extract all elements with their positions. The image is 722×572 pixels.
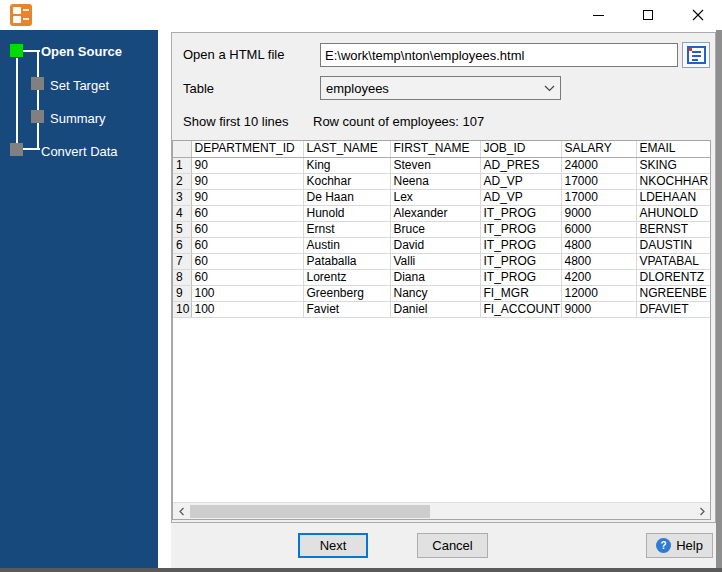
table-row[interactable]: 290KochharNeenaAD_VP17000NKOCHHAR — [173, 173, 710, 189]
table-row[interactable]: 860LorentzDianaIT_PROG4200DLORENTZ — [173, 269, 710, 285]
column-header[interactable]: LAST_NAME — [303, 141, 390, 157]
row-count-label: Row count of employees: 107 — [313, 114, 484, 129]
scroll-right-icon[interactable] — [693, 503, 710, 520]
table-row[interactable]: 190KingStevenAD_PRES24000SKING — [173, 157, 710, 173]
corner-header[interactable] — [173, 141, 191, 157]
data-cell: 60 — [191, 221, 303, 237]
grid-body: 190KingStevenAD_PRES24000SKING290Kochhar… — [173, 157, 710, 317]
data-cell: AD_VP — [480, 173, 561, 189]
data-grid: DEPARTMENT_IDLAST_NAMEFIRST_NAMEJOB_IDSA… — [172, 140, 711, 520]
data-cell: 90 — [191, 173, 303, 189]
column-header[interactable]: DEPARTMENT_ID — [191, 141, 303, 157]
help-button[interactable]: ? Help — [646, 533, 713, 558]
tree-branch-line — [37, 50, 39, 150]
window-bottom-border — [0, 568, 722, 572]
data-cell: 60 — [191, 253, 303, 269]
chevron-down-icon — [543, 85, 555, 92]
data-cell: BERNST — [636, 221, 710, 237]
scrollbar-track[interactable] — [190, 503, 693, 520]
column-header[interactable]: SALARY — [561, 141, 636, 157]
data-cell: IT_PROG — [480, 221, 561, 237]
data-cell: IT_PROG — [480, 253, 561, 269]
data-cell: DLORENTZ — [636, 269, 710, 285]
preview-table: DEPARTMENT_IDLAST_NAMEFIRST_NAMEJOB_IDSA… — [173, 141, 710, 318]
data-cell: 17000 — [561, 189, 636, 205]
data-cell: IT_PROG — [480, 205, 561, 221]
scroll-left-icon[interactable] — [173, 503, 190, 520]
data-cell: Neena — [390, 173, 480, 189]
app-icon — [10, 4, 32, 26]
table-row[interactable]: 560ErnstBruceIT_PROG6000BERNST — [173, 221, 710, 237]
data-cell: FI_ACCOUNT — [480, 301, 561, 317]
horizontal-scrollbar[interactable] — [173, 502, 710, 519]
data-cell: IT_PROG — [480, 237, 561, 253]
column-header[interactable]: EMAIL — [636, 141, 710, 157]
data-cell: SKING — [636, 157, 710, 173]
step-indicator-open-source — [10, 44, 23, 57]
next-button[interactable]: Next — [298, 533, 368, 558]
row-number-cell: 8 — [173, 269, 191, 285]
data-cell: 90 — [191, 189, 303, 205]
help-question-icon: ? — [656, 538, 671, 553]
table-label: Table — [183, 81, 214, 96]
data-cell: Nancy — [390, 285, 480, 301]
maximize-button[interactable] — [628, 0, 668, 30]
table-row[interactable]: 390De HaanLexAD_VP17000LDEHAAN — [173, 189, 710, 205]
table-row[interactable]: 10100FavietDanielFI_ACCOUNT9000DFAVIET — [173, 301, 710, 317]
data-cell: AD_VP — [480, 189, 561, 205]
scrollbar-thumb[interactable] — [190, 505, 430, 518]
step-indicator-summary — [31, 110, 44, 123]
data-cell: 90 — [191, 157, 303, 173]
browse-button[interactable] — [682, 42, 710, 68]
data-cell: DFAVIET — [636, 301, 710, 317]
file-path-input[interactable] — [320, 43, 678, 67]
maximize-icon — [643, 10, 653, 20]
data-cell: Lorentz — [303, 269, 390, 285]
grid-header-row: DEPARTMENT_IDLAST_NAMEFIRST_NAMEJOB_IDSA… — [173, 141, 710, 157]
tree-connector-top — [23, 50, 40, 52]
data-cell: LDEHAAN — [636, 189, 710, 205]
tree-connector-bottom — [23, 148, 40, 150]
row-number-cell: 5 — [173, 221, 191, 237]
cancel-button[interactable]: Cancel — [417, 533, 488, 558]
table-row[interactable]: 660AustinDavidIT_PROG4800DAUSTIN — [173, 237, 710, 253]
sidebar-item-open-source: Open Source — [41, 44, 122, 59]
close-icon — [692, 9, 704, 21]
column-header[interactable]: FIRST_NAME — [390, 141, 480, 157]
table-select-value: employees — [326, 81, 543, 96]
table-select[interactable]: employees — [320, 76, 561, 100]
minimize-button[interactable] — [578, 0, 618, 30]
data-cell: Bruce — [390, 221, 480, 237]
help-button-label: Help — [676, 538, 703, 553]
step-indicator-set-target — [31, 77, 44, 90]
table-row[interactable]: 760PataballaValliIT_PROG4800VPATABAL — [173, 253, 710, 269]
data-cell: David — [390, 237, 480, 253]
data-cell: Hunold — [303, 205, 390, 221]
data-cell: AHUNOLD — [636, 205, 710, 221]
column-header[interactable]: JOB_ID — [480, 141, 561, 157]
data-cell: 4800 — [561, 237, 636, 253]
data-cell: 60 — [191, 205, 303, 221]
data-cell: 4200 — [561, 269, 636, 285]
data-cell: AD_PRES — [480, 157, 561, 173]
title-bar — [0, 0, 722, 30]
row-number-cell: 4 — [173, 205, 191, 221]
data-cell: NGREENBE — [636, 285, 710, 301]
grid-viewport: DEPARTMENT_IDLAST_NAMEFIRST_NAMEJOB_IDSA… — [173, 141, 710, 502]
row-number-cell: 3 — [173, 189, 191, 205]
data-cell: Pataballa — [303, 253, 390, 269]
data-cell: Faviet — [303, 301, 390, 317]
data-cell: NKOCHHAR — [636, 173, 710, 189]
data-cell: Daniel — [390, 301, 480, 317]
row-number-cell: 6 — [173, 237, 191, 253]
data-cell: King — [303, 157, 390, 173]
row-number-cell: 1 — [173, 157, 191, 173]
data-cell: VPATABAL — [636, 253, 710, 269]
app-window: Open Source Set Target Summary Convert D… — [0, 0, 722, 572]
table-row[interactable]: 460HunoldAlexanderIT_PROG9000AHUNOLD — [173, 205, 710, 221]
close-button[interactable] — [678, 0, 718, 30]
table-row[interactable]: 9100GreenbergNancyFI_MGR12000NGREENBE — [173, 285, 710, 301]
data-cell: 12000 — [561, 285, 636, 301]
data-cell: 60 — [191, 269, 303, 285]
step-indicator-convert-data — [10, 143, 23, 156]
